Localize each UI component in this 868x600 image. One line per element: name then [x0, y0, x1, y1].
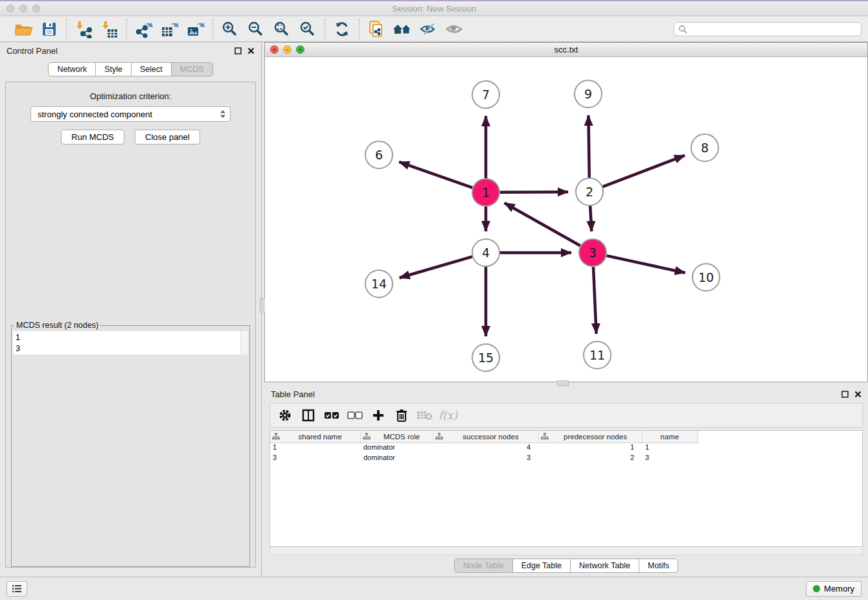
- application-window: Session: New Session: [0, 0, 868, 600]
- edge-2-8[interactable]: [603, 156, 685, 187]
- column-header-predecessor-nodes[interactable]: predecessor nodes: [539, 431, 643, 443]
- zoom-view-icon[interactable]: +: [296, 45, 304, 54]
- mcds-result-list[interactable]: 13: [13, 331, 240, 354]
- export-network-icon[interactable]: [132, 19, 155, 40]
- task-history-button[interactable]: [6, 581, 27, 597]
- zoom-out-icon[interactable]: [244, 19, 268, 40]
- horizontal-splitter[interactable]: [264, 382, 868, 386]
- float-icon[interactable]: [234, 47, 242, 54]
- tab-node-table[interactable]: Node Table: [454, 559, 513, 573]
- open-session-icon[interactable]: [12, 19, 35, 40]
- table-body: 1dominator4113dominator323: [270, 443, 862, 464]
- first-neighbors-icon[interactable]: [391, 19, 414, 40]
- tab-motifs[interactable]: Motifs: [639, 559, 678, 573]
- export-table-icon[interactable]: [158, 19, 181, 40]
- column-header-name[interactable]: name: [643, 431, 698, 443]
- show-all-icon[interactable]: [442, 19, 466, 40]
- network-window-titlebar: × − + scc.txt: [265, 43, 867, 57]
- memory-label: Memory: [824, 584, 854, 594]
- close-window-icon[interactable]: [6, 5, 14, 12]
- cell-predecessor-nodes[interactable]: 1: [539, 443, 643, 454]
- tab-select[interactable]: Select: [131, 62, 172, 76]
- function-builder-icon[interactable]: f(x): [439, 409, 457, 422]
- table-header-row: shared nameMCDS rolesuccessor nodesprede…: [270, 431, 699, 443]
- window-traffic-lights: [6, 5, 40, 12]
- result-item[interactable]: 3: [16, 343, 238, 354]
- splitter-grip[interactable]: [557, 380, 569, 386]
- zoom-fit-icon[interactable]: [270, 19, 293, 40]
- node-label: 9: [584, 87, 592, 101]
- close-icon[interactable]: [247, 47, 255, 54]
- vertical-splitter[interactable]: [261, 42, 264, 577]
- cell-successor-nodes[interactable]: 4: [433, 443, 539, 454]
- search-input[interactable]: [690, 25, 857, 34]
- add-column-icon[interactable]: [369, 406, 388, 424]
- dropdown-selected-value: strongly connected component: [38, 110, 220, 119]
- edge-2-3[interactable]: [590, 206, 591, 231]
- tab-network-table[interactable]: Network Table: [571, 559, 639, 573]
- column-header-successor-nodes[interactable]: successor nodes: [433, 431, 539, 443]
- tab-style[interactable]: Style: [96, 62, 131, 76]
- result-item[interactable]: 1: [16, 332, 238, 343]
- run-mcds-button[interactable]: Run MCDS: [61, 130, 124, 144]
- node-label: 7: [482, 87, 490, 102]
- deselect-all-icon[interactable]: [345, 406, 365, 424]
- save-session-icon[interactable]: [38, 19, 61, 40]
- tab-mcds[interactable]: MCDS: [172, 62, 213, 76]
- zoom-selected-icon[interactable]: [296, 19, 319, 40]
- minimize-window-icon[interactable]: [19, 5, 27, 12]
- edge-3-1[interactable]: [505, 203, 580, 246]
- table-horizontal-scrollbar[interactable]: [269, 547, 863, 555]
- minimize-view-icon[interactable]: −: [283, 45, 291, 54]
- cell-shared-name[interactable]: 1: [270, 443, 361, 454]
- cell-shared-name[interactable]: 3: [270, 454, 361, 464]
- cell-name[interactable]: 1: [643, 443, 698, 454]
- select-all-icon[interactable]: [322, 406, 341, 424]
- optimization-criterion-select[interactable]: strongly connected component: [30, 106, 231, 122]
- destroy-table-icon[interactable]: [415, 406, 435, 424]
- edge-3-11[interactable]: [593, 267, 597, 334]
- close-icon[interactable]: [854, 391, 862, 398]
- search-field[interactable]: [674, 22, 862, 36]
- node-table[interactable]: shared nameMCDS rolesuccessor nodesprede…: [269, 430, 863, 547]
- column-pane-icon[interactable]: [299, 406, 318, 424]
- edge-1-2[interactable]: [500, 192, 568, 192]
- cell-MCDS-role[interactable]: dominator: [361, 454, 433, 464]
- column-header-shared-name[interactable]: shared name: [270, 431, 361, 443]
- network-canvas[interactable]: 7968124314101511: [265, 57, 867, 382]
- close-panel-button[interactable]: Close panel: [135, 130, 200, 144]
- settings-gear-icon[interactable]: [275, 406, 295, 424]
- zoom-in-icon[interactable]: [218, 19, 242, 40]
- cell-predecessor-nodes[interactable]: 2: [539, 454, 643, 464]
- edge-1-6[interactable]: [399, 162, 472, 188]
- cell-name[interactable]: 3: [643, 454, 698, 464]
- node-label: 15: [478, 351, 494, 365]
- memory-button[interactable]: Memory: [806, 581, 862, 597]
- float-icon[interactable]: [841, 391, 849, 398]
- mcds-panel: Optimization criterion: strongly connect…: [5, 82, 256, 568]
- tab-network[interactable]: Network: [48, 62, 96, 76]
- edge-3-10[interactable]: [606, 256, 685, 273]
- refresh-icon[interactable]: [330, 19, 354, 40]
- edge-2-9[interactable]: [588, 115, 589, 178]
- node-label: 2: [586, 185, 593, 199]
- import-network-icon[interactable]: [72, 19, 95, 40]
- close-view-icon[interactable]: ×: [270, 45, 279, 54]
- node-label: 8: [701, 141, 709, 155]
- delete-column-icon[interactable]: [392, 406, 411, 424]
- cell-successor-nodes[interactable]: 3: [433, 454, 539, 464]
- status-bar: Memory: [0, 577, 868, 600]
- import-table-icon[interactable]: [98, 19, 121, 40]
- export-image-icon[interactable]: [184, 19, 207, 40]
- zoom-window-icon[interactable]: [32, 5, 40, 12]
- edge-4-14[interactable]: [400, 257, 472, 278]
- copy-network-icon[interactable]: [365, 19, 388, 40]
- column-header-MCDS-role[interactable]: MCDS role: [361, 431, 433, 443]
- tab-edge-table[interactable]: Edge Table: [513, 559, 571, 573]
- result-scrollbar[interactable]: [240, 331, 248, 354]
- mcds-result-title: MCDS result (2 nodes): [14, 321, 100, 330]
- table-row[interactable]: 1dominator411: [270, 443, 862, 454]
- cell-MCDS-role[interactable]: dominator: [361, 443, 433, 454]
- table-row[interactable]: 3dominator323: [270, 454, 862, 464]
- hide-selected-icon[interactable]: [417, 19, 440, 40]
